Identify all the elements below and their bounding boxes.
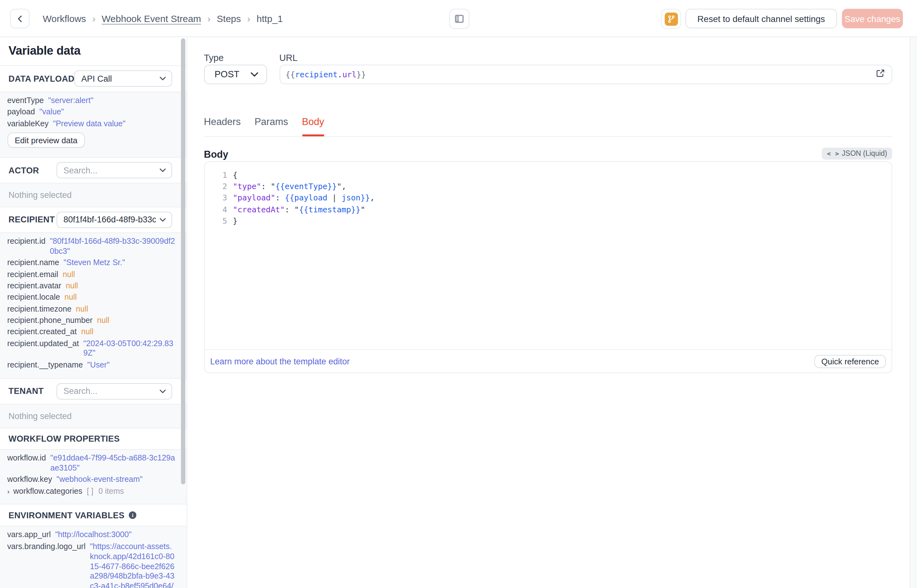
workflow-properties-preview: workflow.id"e91ddae4-7f99-45cb-a688-3c12… [0,449,187,504]
chevron-down-icon [159,77,166,81]
tabs-divider [204,136,892,137]
breadcrumb: Workflows›Webhook Event Stream›Steps›htt… [43,0,283,37]
kv-row: vars.branding.logo_url"https://account-a… [7,542,175,588]
sidebar-scrollbar[interactable] [181,38,185,485]
breadcrumb-separator: › [207,13,210,24]
tab-headers[interactable]: Headers [204,116,241,128]
kv-key: recipient.email [7,270,58,280]
tab-params[interactable]: Params [255,116,288,128]
actor-label: ACTOR [8,166,39,175]
quick-reference-button[interactable]: Quick reference [814,355,886,368]
kv-value: "Preview data value" [53,119,175,129]
breadcrumb-item[interactable]: Workflows [43,13,86,24]
breadcrumb-item[interactable]: Webhook Event Stream [102,13,201,24]
breadcrumb-item[interactable]: Steps [217,13,241,24]
kv-key: recipient.id [7,237,45,257]
save-changes-button[interactable]: Save changes [842,9,903,28]
kv-key: recipient.__typename [7,360,83,371]
kv-key: workflow.id [7,454,46,474]
tenant-label: TENANT [8,387,44,396]
line-number: 3 [205,192,227,204]
actor-empty-state: Nothing selected [0,183,187,207]
breadcrumb-separator: › [247,13,250,24]
kv-value: null [66,281,175,291]
template-editor-docs-link[interactable]: Learn more about the template editor [210,357,350,366]
kv-row: recipient.timezonenull [7,304,175,314]
kv-value: null [65,293,175,303]
code-text: } [227,215,237,227]
edit-preview-data-button[interactable]: Edit preview data [7,133,85,148]
info-icon[interactable]: i [129,511,136,519]
kv-row: recipient.avatarnull [7,281,175,291]
kv-key: variableKey [7,119,49,129]
code-text: { [227,169,237,181]
kv-value: "Steven Metz Sr." [63,258,175,268]
kv-row: recipient.__typename"User" [7,360,175,371]
external-link-icon[interactable] [876,69,885,80]
code-text: "createdAt": "{{timestamp}}" [227,204,365,215]
line-number: 4 [205,204,227,215]
kv-value: null [76,304,175,314]
code-text: "payload": {{payload | json}}, [227,192,375,204]
tenant-select[interactable]: Search... [57,383,172,399]
kv-key: workflow.key [7,475,52,485]
back-button[interactable] [10,9,29,28]
kv-brackets: [ ] [87,486,93,497]
tenant-empty-state: Nothing selected [0,404,187,428]
code-line: 3"payload": {{payload | json}}, [205,192,891,204]
kv-key: vars.app_url [7,530,51,541]
body-code-editor[interactable]: 1{2"type": "{{eventType}}",3"payload": {… [204,161,892,373]
kv-row: vars.app_url"http://localhost:3000" [7,530,175,541]
variable-data-sidebar: Variable data DATA PAYLOAD API Call even… [0,37,187,588]
line-number: 5 [205,215,227,227]
editor-footer: Learn more about the template editor Qui… [205,349,891,373]
code-content[interactable]: 1{2"type": "{{eventType}}",3"payload": {… [205,162,891,227]
kv-key: recipient.phone_number [7,316,93,326]
method-select[interactable]: POST [204,65,267,84]
kv-row: recipient.created_atnull [7,328,175,338]
kv-row: workflow.id"e91ddae4-7f99-45cb-a688-3c12… [7,454,175,474]
kv-key: recipient.avatar [7,281,61,291]
kv-key: eventType [7,96,44,106]
main-panel: Type URL POST {{recipient.url}} HeadersP… [187,37,909,588]
kv-key: recipient.name [7,258,59,268]
recipient-row: RECIPIENT 80f1f4bf-166d-48f9-b33c [0,207,187,233]
language-badge: < > JSON (Liquid) [822,148,892,159]
url-input[interactable]: {{recipient.url}} [279,65,892,84]
code-icon: < > [827,150,839,157]
data-payload-select[interactable]: API Call [74,70,172,87]
kv-row: recipient.emailnull [7,270,175,280]
recipient-select[interactable]: 80f1f4bf-166d-48f9-b33c [57,212,172,228]
tab-body[interactable]: Body [302,116,324,128]
active-tab-underline [302,134,324,136]
chevron-right-icon[interactable]: › [7,487,10,497]
code-line: 1{ [205,169,891,181]
kv-value: null [81,328,175,338]
kv-value: null [63,270,175,280]
kv-count: 0 items [98,486,124,497]
kv-value: "e91ddae4-7f99-45cb-a688-3c129aae3105" [50,454,175,474]
reset-channel-settings-button[interactable]: Reset to default channel settings [686,9,837,28]
kv-row: payload"value" [7,108,175,118]
commit-changes-button[interactable] [661,9,681,29]
chevron-down-icon [159,169,166,173]
recipient-preview: recipient.id"80f1f4bf-166d-48f9-b33c-390… [0,233,187,378]
kv-key: recipient.locale [7,293,60,303]
chevron-down-icon [159,218,166,222]
chevron-down-icon [250,72,258,77]
sidebar-panel-icon [454,13,465,24]
environment-variables-preview: vars.app_url"http://localhost:3000"vars.… [0,526,187,588]
type-label: Type [204,53,224,63]
breadcrumb-item[interactable]: http_1 [257,13,283,24]
kv-key: recipient.timezone [7,304,71,314]
toggle-sidebar-button[interactable] [449,9,469,29]
actor-select[interactable]: Search... [57,162,172,179]
kv-value: "value" [39,108,175,118]
code-text: "type": "{{eventType}}", [227,181,346,192]
chevron-down-icon [159,389,166,393]
workflow-properties-header: WORKFLOW PROPERTIES [0,428,187,449]
sidebar-title: Variable data [0,37,187,65]
kv-value: "https://account-assets.knock.app/42d161… [90,542,175,588]
code-line: 2"type": "{{eventType}}", [205,181,891,192]
kv-row: variableKey"Preview data value" [7,119,175,129]
